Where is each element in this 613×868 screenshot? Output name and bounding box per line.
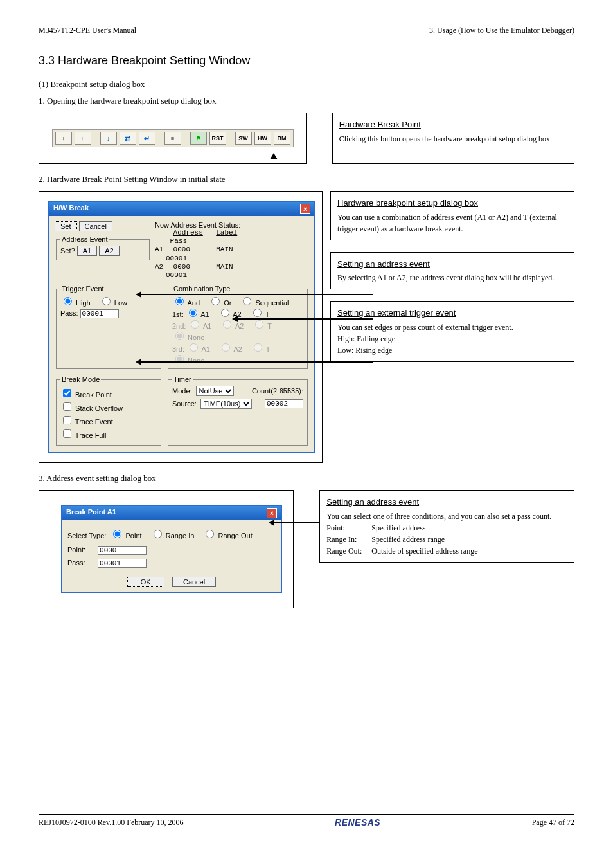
status-label: Now Address Event Status: (155, 221, 309, 229)
sw-button[interactable]: SW (235, 132, 252, 145)
callout-trigger-event: Setting an external trigger event You ca… (330, 301, 574, 362)
range-in-radio[interactable]: Range In (150, 532, 195, 539)
callout-address-event-detail: Setting an address event You can select … (319, 490, 574, 563)
header-right: 3. Usage (How to Use the Emulator Debugg… (429, 26, 574, 35)
header-left: M34571T2-CPE User's Manual (39, 26, 136, 35)
status-table: Address Label Pass A1 0000 MAIN 00001 (155, 229, 309, 280)
arrow-icon (141, 361, 373, 363)
trace-full-check[interactable]: Trace Full (60, 428, 157, 440)
set-button[interactable]: Set (55, 221, 77, 231)
timer-group: Timer Mode: NotUse Count(2-65535): Sourc… (168, 375, 308, 446)
arrow-icon (141, 294, 373, 295)
footer-left: REJ10J0972-0100 Rev.1.00 February 10, 20… (39, 818, 184, 827)
step-over-icon[interactable]: ↓ (75, 132, 91, 145)
point-radio[interactable]: Point (110, 532, 141, 539)
ok-button[interactable]: OK (127, 577, 164, 587)
seq-radio[interactable]: Sequential (240, 299, 289, 307)
brand-logo: RENESAS (335, 817, 380, 827)
return-icon[interactable]: ↵ (139, 132, 155, 145)
go-icon[interactable]: ↓ (100, 132, 117, 145)
or-radio[interactable]: Or (208, 299, 231, 307)
pointer-arrow-icon (270, 153, 278, 159)
hw-button[interactable]: HW (254, 132, 271, 145)
bp-panel: Break Point A1 × Select Type: Point Rang… (39, 490, 294, 608)
callout-hw-breakpoint-button: Hardware Break Point Clicking this butto… (332, 113, 574, 164)
point-input[interactable] (98, 546, 147, 555)
range-out-radio[interactable]: Range Out (202, 532, 252, 539)
page-header: M34571T2-CPE User's Manual 3. Usage (How… (39, 26, 574, 37)
a1-button[interactable]: A1 (77, 246, 97, 256)
footer-right: Page 47 of 72 (532, 818, 574, 827)
hw-break-window: H/W Break × Set Cancel Address Event Se (48, 201, 315, 453)
close-icon[interactable]: × (267, 508, 277, 518)
toolbar: ↓ ↓ ↓ ⇄ ↵ ■ ⚑ RST SW HW BM (52, 129, 294, 147)
step-3-label: 3. Address event setting dialog box (39, 473, 574, 484)
high-radio[interactable]: High (60, 299, 91, 307)
combination-type-group: Combination Type And Or Sequential 1st: … (168, 285, 308, 369)
break-point-window: Break Point A1 × Select Type: Point Rang… (61, 505, 282, 593)
bp-title: Break Point A1 (66, 508, 116, 518)
timer-source-select[interactable]: TIME(10us) (200, 399, 252, 409)
callout-address-event: Setting an address event By selecting A1… (330, 252, 574, 290)
arrow-icon (274, 522, 319, 523)
cancel-button[interactable]: Cancel (172, 577, 216, 587)
low-radio[interactable]: Low (99, 299, 127, 307)
step-2-label: 2. Hardware Break Point Setting Window i… (39, 174, 574, 185)
address-event-group: Address Event Set? A1 A2 (56, 235, 150, 260)
trigger-pass-input[interactable] (80, 309, 119, 318)
step-1-label: 1. Opening the hardware breakpoint setup… (39, 96, 574, 106)
toolbar-panel: ↓ ↓ ↓ ⇄ ↵ ■ ⚑ RST SW HW BM (39, 113, 306, 164)
go-option-icon[interactable]: ⇄ (120, 132, 136, 145)
trigger-event-group: Trigger Event High Low Pass: (56, 285, 161, 369)
close-icon[interactable]: × (300, 204, 310, 214)
callout-title: Hardware Break Point (339, 118, 567, 131)
rst-button[interactable]: RST (209, 132, 226, 145)
hw-break-title: H/W Break (53, 204, 89, 214)
section-title: 3.3 Hardware Breakpoint Setting Window (39, 54, 574, 68)
cancel-button[interactable]: Cancel (79, 221, 112, 231)
page-footer: REJ10J0972-0100 Rev.1.00 February 10, 20… (39, 814, 574, 827)
hw-break-panel: H/W Break × Set Cancel Address Event Se (39, 191, 323, 463)
trace-event-check[interactable]: Trace Event (60, 414, 157, 426)
step-down-icon[interactable]: ↓ (55, 132, 72, 145)
and-radio[interactable]: And (172, 299, 200, 307)
arrow-icon (238, 318, 373, 320)
flag-icon[interactable]: ⚑ (190, 132, 207, 145)
a2-button[interactable]: A2 (99, 246, 119, 256)
stop-icon[interactable]: ■ (164, 132, 181, 145)
timer-count-input[interactable] (265, 399, 303, 408)
break-mode-group: Break Mode Break Point Stack Overflow Tr… (56, 375, 161, 446)
pass-input[interactable] (98, 559, 147, 568)
timer-mode-select[interactable]: NotUse (196, 386, 234, 396)
bm-button[interactable]: BM (274, 132, 290, 145)
subsection-heading: (1) Breakpoint setup dialog box (39, 79, 574, 89)
break-point-check[interactable]: Break Point (60, 387, 157, 399)
callout-body: Clicking this button opens the hardware … (339, 133, 567, 145)
callout-setup-dialog: Hardware breakpoint setup dialog box You… (330, 191, 574, 240)
stack-overflow-check[interactable]: Stack Overflow (60, 401, 157, 413)
